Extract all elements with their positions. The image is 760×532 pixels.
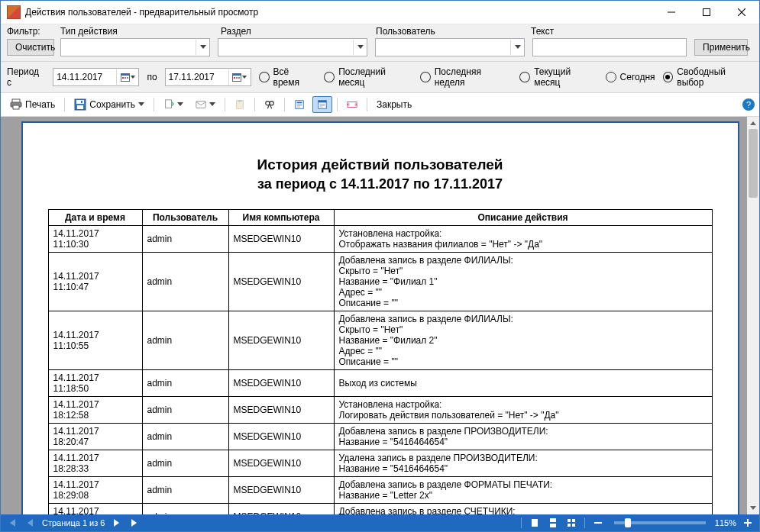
svg-rect-38 bbox=[568, 519, 571, 522]
svg-rect-26 bbox=[296, 104, 302, 105]
radio-current-month[interactable]: Текущий месяц bbox=[519, 66, 597, 88]
prev-page-button[interactable] bbox=[24, 516, 37, 530]
chevron-down-icon[interactable] bbox=[510, 40, 524, 55]
print-button[interactable]: Печать bbox=[5, 95, 60, 114]
table-cell: Добавлена запись в разделе СЧЕТЧИКИ:Назв… bbox=[334, 504, 712, 515]
table-row: 14.11.2017 18:20:47adminMSEDGEWIN10Добав… bbox=[48, 424, 712, 450]
radio-icon bbox=[663, 72, 674, 82]
clear-button[interactable]: Очистить bbox=[7, 39, 54, 56]
table-row: 14.11.2017 18:31:26adminMSEDGEWIN10Добав… bbox=[48, 504, 712, 515]
calendar-icon[interactable] bbox=[228, 69, 251, 85]
page-layout-1-button[interactable] bbox=[289, 96, 309, 113]
separator bbox=[254, 98, 255, 111]
zoom-out-button[interactable] bbox=[591, 516, 605, 530]
table-header: Пользователь bbox=[142, 210, 228, 226]
radio-free-range[interactable]: Свободный выбор bbox=[663, 66, 753, 88]
svg-rect-7 bbox=[233, 74, 241, 76]
paste-button[interactable] bbox=[230, 96, 250, 113]
help-button[interactable]: ? bbox=[742, 98, 755, 111]
radio-last-week[interactable]: Последняя неделя bbox=[420, 66, 513, 88]
radio-all-time[interactable]: Всё время bbox=[259, 66, 317, 88]
radio-today[interactable]: Сегодня bbox=[606, 72, 655, 82]
table-cell: admin bbox=[142, 504, 228, 515]
table-header: Дата и время bbox=[48, 210, 142, 226]
zoom-slider-thumb[interactable] bbox=[625, 518, 631, 527]
table-row: 14.11.2017 18:28:33adminMSEDGEWIN10Удале… bbox=[48, 450, 712, 477]
view-multi-button[interactable] bbox=[564, 516, 578, 530]
table-row: 14.11.2017 18:29:08adminMSEDGEWIN10Добав… bbox=[48, 477, 712, 504]
svg-rect-5 bbox=[127, 77, 128, 79]
fit-page-button[interactable] bbox=[342, 96, 362, 113]
svg-rect-25 bbox=[296, 102, 302, 104]
table-row: 14.11.2017 11:10:47adminMSEDGEWIN10Добав… bbox=[48, 253, 712, 311]
table-cell: 14.11.2017 11:10:30 bbox=[48, 226, 142, 253]
chevron-down-icon[interactable] bbox=[196, 40, 209, 55]
period-to-label: по bbox=[147, 72, 157, 82]
email-button[interactable] bbox=[191, 96, 220, 113]
filter-section-input[interactable] bbox=[218, 40, 353, 55]
scrollbar-track[interactable] bbox=[747, 129, 759, 502]
vertical-scrollbar[interactable] bbox=[747, 117, 759, 514]
table-cell: admin bbox=[142, 311, 228, 370]
maximize-button[interactable] bbox=[689, 1, 724, 24]
table-cell: MSEDGEWIN10 bbox=[228, 226, 334, 253]
table-cell: MSEDGEWIN10 bbox=[228, 424, 334, 450]
table-cell: Добавлена запись в разделе ФИЛИАЛЫ:Скрыт… bbox=[334, 311, 712, 370]
minimize-button[interactable] bbox=[654, 1, 689, 24]
table-cell: 14.11.2017 11:10:47 bbox=[48, 253, 142, 311]
table-cell: 14.11.2017 11:10:55 bbox=[48, 311, 142, 370]
filter-section-combo[interactable] bbox=[218, 38, 367, 56]
date-from-value: 14.11.2017 bbox=[53, 72, 116, 82]
next-page-button[interactable] bbox=[109, 516, 123, 530]
close-button[interactable]: Закрыть bbox=[372, 96, 416, 113]
radio-icon bbox=[324, 72, 335, 82]
filter-user-input[interactable] bbox=[376, 40, 510, 55]
date-to[interactable]: 17.11.2017 bbox=[165, 68, 251, 86]
scroll-down-icon[interactable] bbox=[747, 502, 759, 514]
zoom-slider[interactable] bbox=[614, 521, 706, 524]
scroll-up-icon[interactable] bbox=[747, 117, 759, 129]
date-from[interactable]: 14.11.2017 bbox=[53, 68, 139, 86]
view-single-button[interactable] bbox=[528, 516, 542, 530]
view-continuous-button[interactable] bbox=[546, 516, 560, 530]
period-from-label: Период с bbox=[7, 66, 45, 88]
separator bbox=[284, 98, 285, 111]
app-icon bbox=[7, 5, 21, 19]
last-page-button[interactable] bbox=[128, 516, 141, 530]
export-button[interactable] bbox=[159, 96, 188, 113]
titlebar: Действия пользователей - предварительный… bbox=[1, 1, 759, 24]
navigation-bar: Страница 1 из 6 115% bbox=[1, 514, 759, 531]
save-button[interactable]: Сохранить bbox=[70, 95, 149, 114]
table-row: 14.11.2017 18:12:58adminMSEDGEWIN10Устан… bbox=[48, 397, 712, 424]
filter-text-input[interactable] bbox=[532, 38, 687, 56]
report-title: История действий пользователей bbox=[38, 156, 723, 173]
close-button[interactable] bbox=[724, 1, 759, 24]
filter-section-label: Раздел bbox=[221, 26, 376, 37]
filter-user-combo[interactable] bbox=[375, 38, 525, 56]
svg-rect-44 bbox=[747, 519, 749, 527]
search-button[interactable] bbox=[260, 96, 280, 113]
preview-area[interactable]: История действий пользователей за период… bbox=[1, 117, 759, 514]
page-indicator: Страница 1 из 6 bbox=[42, 518, 105, 527]
table-cell: admin bbox=[142, 226, 228, 253]
table-cell: admin bbox=[142, 370, 228, 397]
apply-button[interactable]: Применить bbox=[694, 39, 748, 56]
filter-type-input[interactable] bbox=[61, 40, 196, 55]
table-cell: MSEDGEWIN10 bbox=[228, 253, 334, 311]
first-page-button[interactable] bbox=[5, 516, 19, 530]
calendar-icon[interactable] bbox=[116, 69, 138, 85]
scrollbar-thumb[interactable] bbox=[749, 129, 758, 198]
radio-icon bbox=[420, 72, 431, 82]
chevron-down-icon[interactable] bbox=[353, 40, 367, 55]
table-cell: MSEDGEWIN10 bbox=[228, 477, 334, 504]
svg-rect-8 bbox=[234, 77, 235, 79]
radio-last-month[interactable]: Последний месяц bbox=[324, 66, 412, 88]
filter-text-label: Текст bbox=[531, 26, 554, 37]
svg-rect-16 bbox=[77, 105, 83, 109]
svg-rect-4 bbox=[125, 77, 126, 79]
svg-rect-28 bbox=[296, 107, 299, 108]
table-cell: admin bbox=[142, 253, 228, 311]
zoom-in-button[interactable] bbox=[741, 516, 755, 530]
filter-type-combo[interactable] bbox=[60, 38, 210, 56]
page-layout-2-button[interactable] bbox=[312, 96, 332, 113]
